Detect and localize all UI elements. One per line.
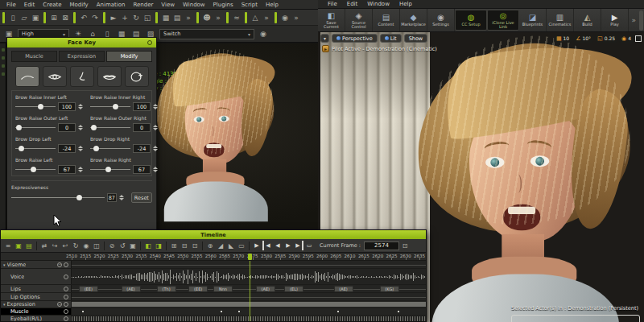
slider-spinner[interactable]: [153, 125, 159, 130]
track-header-voice[interactable]: Voice: [1, 269, 72, 284]
rotate-icon[interactable]: ↻: [130, 11, 142, 23]
zoom-icon[interactable]: ⊕: [205, 241, 215, 251]
lip-clip[interactable]: (EE): [79, 286, 98, 292]
lens-icon[interactable]: ◉: [279, 11, 291, 23]
slider-handle[interactable]: [19, 146, 24, 151]
track-content[interactable]: [72, 308, 426, 315]
ramp-down-icon[interactable]: ◣: [226, 241, 236, 251]
more-spring-icon[interactable]: »: [261, 11, 272, 23]
tab-modify[interactable]: Modify: [106, 51, 152, 62]
slider-value[interactable]: 0: [133, 123, 151, 132]
more-lens-icon[interactable]: »: [291, 11, 302, 23]
go-end-button[interactable]: ▶: [294, 241, 303, 250]
record-target-icon[interactable]: ◉: [81, 241, 91, 251]
menu-plugins[interactable]: Plugins: [209, 2, 237, 8]
loop-mode-icon[interactable]: ⇄: [39, 241, 49, 251]
slider-spinner[interactable]: [153, 146, 159, 151]
slider-handle[interactable]: [105, 167, 111, 172]
mouth-icon[interactable]: [97, 66, 122, 87]
ue-source-control-button[interactable]: ◈Source Control: [345, 9, 373, 31]
menu-view[interactable]: View: [157, 2, 179, 8]
keyframe-dot[interactable]: [238, 311, 240, 312]
playhead-line[interactable]: [250, 261, 250, 321]
tab-muscle[interactable]: Muscle: [11, 51, 57, 62]
link-out-icon[interactable]: ↩: [60, 241, 70, 251]
record-circle-icon[interactable]: [64, 287, 68, 291]
tab-expression[interactable]: Expression: [59, 51, 105, 62]
scale-snap-button[interactable]: ◱0.25: [595, 35, 617, 43]
expressiveness-spinner[interactable]: [119, 195, 124, 200]
toggle-right-icon[interactable]: ◨: [154, 241, 163, 251]
avatar-icon[interactable]: ☻: [201, 11, 213, 23]
slider-spinner[interactable]: [78, 167, 84, 172]
playhead-marker[interactable]: [248, 254, 252, 260]
ue-save-current-button[interactable]: ◧Save Current: [318, 9, 345, 31]
keyframe-dot[interactable]: [82, 311, 84, 312]
toolbar-overflow-icon[interactable]: »: [631, 16, 636, 24]
slider-value[interactable]: -24: [58, 144, 76, 153]
break-clip-icon[interactable]: ⊘: [107, 241, 117, 251]
track-content[interactable]: [72, 293, 426, 300]
spring-icon[interactable]: △: [250, 11, 261, 23]
save-clip-icon[interactable]: ▣: [128, 241, 138, 251]
menu-file[interactable]: File: [2, 2, 20, 8]
expand-icon[interactable]: ▾: [3, 302, 6, 307]
ue-play-button[interactable]: ▶Play: [601, 9, 629, 31]
expressiveness-value[interactable]: 87: [107, 193, 117, 202]
menu-modify[interactable]: Modify: [66, 2, 93, 8]
ue-iclone-live-link-button[interactable]: ◎iClone Live Link: [487, 10, 519, 31]
open-project-icon[interactable]: ▱: [19, 11, 30, 23]
slider-value[interactable]: 67: [58, 165, 76, 174]
slider-value[interactable]: -24: [133, 144, 151, 153]
capture-camera-icon[interactable]: ▣: [14, 241, 23, 251]
menu-window[interactable]: Window: [179, 2, 209, 8]
ue-cc-setup-button[interactable]: ◍CC Setup: [455, 10, 487, 31]
eye-icon[interactable]: [43, 66, 67, 87]
slider-track[interactable]: [90, 124, 130, 131]
grid-snap-button[interactable]: ▦10: [554, 35, 572, 43]
slider-spinner[interactable]: [78, 104, 84, 109]
expressiveness-handle[interactable]: [76, 195, 82, 200]
scale-icon[interactable]: ◱: [142, 11, 153, 23]
current-frame-value[interactable]: 2574: [364, 242, 399, 250]
frame-options-icon[interactable]: ⊡: [400, 241, 410, 251]
track-content[interactable]: [72, 316, 426, 321]
camera-speed-button[interactable]: ◉4: [619, 35, 634, 43]
maximize-viewport-icon[interactable]: [635, 35, 642, 42]
menu-create[interactable]: Create: [39, 2, 65, 8]
slider-track[interactable]: [15, 145, 56, 152]
track-content[interactable]: [72, 261, 426, 268]
slider-track[interactable]: [90, 145, 130, 152]
select-icon[interactable]: ►: [108, 11, 119, 23]
physics-icon[interactable]: ≈: [231, 11, 242, 23]
menu-animation[interactable]: Animation: [93, 2, 130, 8]
slider-handle[interactable]: [93, 146, 99, 151]
menu-file[interactable]: File: [323, 1, 342, 7]
lip-clip[interactable]: (AE): [256, 286, 275, 292]
ue-build-button[interactable]: ◭Build: [574, 9, 601, 31]
slider-handle[interactable]: [91, 125, 97, 130]
clip-edit-icon[interactable]: ◫: [92, 241, 101, 251]
menu-help[interactable]: Help: [262, 2, 283, 8]
record-circle-icon[interactable]: [64, 262, 68, 267]
menu-help[interactable]: Help: [394, 1, 417, 7]
slider-track[interactable]: [15, 124, 56, 131]
slider-track[interactable]: [15, 166, 56, 173]
media-library-icon[interactable]: ▤: [24, 241, 34, 251]
play-button[interactable]: ▶: [252, 241, 262, 250]
face-key-title[interactable]: Face Key: [7, 38, 156, 47]
box-select-icon[interactable]: ⊡: [190, 241, 200, 251]
link-in-icon[interactable]: ↪: [50, 241, 60, 251]
menu-render[interactable]: Render: [129, 2, 157, 8]
timeline-ruler[interactable]: 2510251525202525253025352540254525502555…: [1, 253, 426, 261]
track-header-viseme[interactable]: ▾Viseme−: [1, 261, 72, 268]
undo-clip-icon[interactable]: ↺: [118, 241, 127, 251]
ue-content-button[interactable]: ▤Content: [373, 9, 400, 31]
slider-value[interactable]: 67: [133, 165, 151, 174]
keyframe-dot[interactable]: [398, 311, 399, 312]
toolbar-scrollbar[interactable]: [639, 10, 643, 31]
lip-clip[interactable]: (AE): [334, 286, 353, 292]
record-circle-icon[interactable]: [64, 302, 68, 307]
keyframe-dot[interactable]: [337, 311, 339, 312]
slider-value[interactable]: 100: [58, 102, 76, 111]
